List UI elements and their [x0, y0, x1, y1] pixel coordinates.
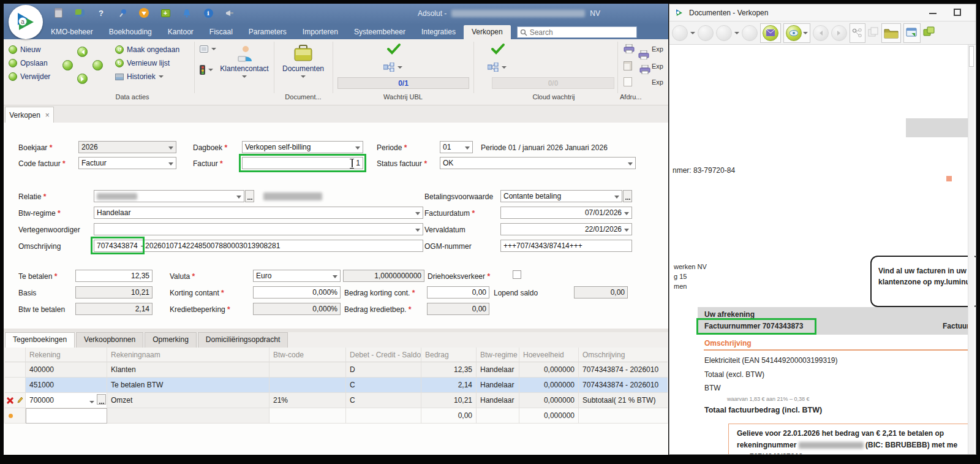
nav-next-button[interactable]: [92, 60, 103, 70]
tab-boekhouding[interactable]: Boekhouding: [101, 25, 160, 39]
col-bedrag[interactable]: Bedrag: [421, 348, 477, 362]
nav-first-button[interactable]: [77, 47, 88, 57]
opslaan-button[interactable]: Opslaan: [9, 59, 48, 67]
add-icon[interactable]: +: [160, 7, 171, 18]
help-icon[interactable]: ?: [96, 7, 107, 18]
col-omschrijving[interactable]: Omschrijving: [579, 348, 668, 362]
edit-row-icon[interactable]: [17, 397, 23, 404]
tab-integraties[interactable]: Integraties: [413, 25, 464, 39]
announce-icon[interactable]: [224, 7, 235, 18]
factuurdatum-input[interactable]: 07/01/2026: [500, 207, 632, 219]
valuta-select[interactable]: Euro: [253, 270, 341, 282]
printer-icon[interactable]: [639, 65, 650, 74]
rekening-lookup-button[interactable]: [97, 394, 106, 405]
tab-tegenboekingen[interactable]: Tegenboekingen: [5, 332, 75, 348]
ubl-workflow-button[interactable]: [383, 63, 402, 72]
printer-icon[interactable]: [624, 44, 635, 53]
delete-row-icon[interactable]: [7, 397, 13, 404]
email-button[interactable]: [760, 23, 781, 43]
nieuw-button[interactable]: Nieuw: [9, 45, 40, 54]
view-button[interactable]: [783, 23, 810, 43]
btw-regime-select[interactable]: Handelaar: [94, 207, 423, 219]
table-row-selected[interactable]: 451000 Te betalen BTW C 2,14 Handelaar 0…: [5, 378, 668, 393]
chevron-down-icon[interactable]: [690, 32, 695, 37]
tab-domicilieringsopdracht[interactable]: Domiciliëringsopdracht: [198, 332, 288, 348]
export-label[interactable]: Exp: [652, 45, 663, 53]
copy-button[interactable]: [868, 27, 879, 39]
relatie-select[interactable]: [94, 190, 244, 202]
ogm-nummer-input[interactable]: +++707/4343/87414+++: [500, 240, 632, 252]
vertegenwoordiger-select[interactable]: [94, 223, 423, 235]
next-document-button[interactable]: [831, 25, 847, 41]
table-row-new[interactable]: 0,00 0,000000: [5, 408, 668, 424]
driehoeksverkeer-checkbox[interactable]: [513, 270, 521, 279]
tab-opmerking[interactable]: Opmerking: [145, 332, 197, 348]
tab-fiscaal[interactable]: Fiscaal: [202, 25, 241, 39]
print-button[interactable]: [698, 25, 714, 41]
export-label[interactable]: Exp: [652, 78, 663, 86]
vervaldatum-input[interactable]: 22/01/2026: [500, 223, 632, 235]
save-document-button[interactable]: [742, 25, 758, 41]
new-document-button[interactable]: [672, 25, 688, 41]
chat-icon[interactable]: [74, 7, 85, 18]
te-betalen-input[interactable]: 12,35: [75, 270, 153, 282]
tab-kmo-beheer[interactable]: KMO-beheer: [43, 25, 101, 39]
close-tab-icon[interactable]: ×: [45, 111, 50, 120]
pin-icon[interactable]: [117, 7, 128, 18]
tab-verkoopbonnen[interactable]: Verkoopbonnen: [76, 332, 143, 348]
page-tab-verkopen[interactable]: Verkopen ×: [5, 107, 54, 123]
bell-icon[interactable]: [181, 7, 192, 18]
code-factuur-select[interactable]: Factuur: [78, 157, 176, 169]
cloud-workflow-button[interactable]: [488, 63, 507, 72]
document-icon[interactable]: [624, 77, 632, 86]
betalingsvoorwaarde-lookup-button[interactable]: [623, 190, 632, 202]
tab-importeren[interactable]: Importeren: [295, 25, 346, 39]
document-scrollbar[interactable]: [968, 45, 974, 454]
koers-input[interactable]: 1,0000000000: [343, 270, 424, 282]
col-btw-regime[interactable]: Btw-regime: [477, 348, 519, 362]
previous-document-button[interactable]: [813, 25, 829, 41]
factuur-input[interactable]: 1: [242, 157, 363, 169]
klantencontact-button[interactable]: Klantencontact: [219, 44, 270, 82]
open-external-button[interactable]: [903, 23, 921, 43]
bedrag-korting-input[interactable]: 0,00: [427, 286, 489, 299]
tab-verkopen[interactable]: Verkopen: [464, 25, 511, 39]
folder-button[interactable]: [881, 23, 901, 43]
col-rekening[interactable]: Rekening: [26, 348, 107, 362]
tab-systeembeheer[interactable]: Systeembeheer: [346, 25, 413, 39]
periode-select[interactable]: 01: [440, 141, 473, 153]
workflow-button[interactable]: [850, 23, 865, 43]
calculator-icon[interactable]: [53, 7, 64, 18]
download-icon[interactable]: [138, 7, 149, 18]
tab-kantoor[interactable]: Kantoor: [160, 25, 202, 39]
col-rekeningnaam[interactable]: Rekeningnaam: [107, 348, 270, 362]
verwijder-button[interactable]: Verwijder: [9, 72, 50, 81]
documenten-button[interactable]: Documenten: [277, 44, 330, 82]
maak-ongedaan-button[interactable]: ↺Maak ongedaan: [115, 45, 179, 54]
rekening-edit-cell[interactable]: 700000: [26, 393, 107, 408]
col-hoeveelheid[interactable]: Hoeveelheid: [519, 348, 579, 362]
search-input[interactable]: [518, 28, 636, 37]
dagboek-select[interactable]: Verkopen self-billing: [242, 141, 363, 153]
col-debet-credit-saldo[interactable]: Debet - Credit - Saldo: [346, 348, 421, 362]
betalingsvoorwaarde-select[interactable]: Contante betaling: [500, 190, 622, 202]
col-btw-code[interactable]: Btw-code: [270, 348, 346, 362]
nav-previous-button[interactable]: [62, 60, 73, 70]
maximize-icon[interactable]: [954, 9, 961, 16]
relatie-lookup-button[interactable]: [245, 190, 254, 202]
printer-icon[interactable]: [638, 50, 649, 59]
historiek-button[interactable]: Historiek: [115, 72, 164, 81]
table-row[interactable]: 400000 Klanten D 12,35 Handelaar 0,00000…: [5, 362, 668, 378]
scrollbar-thumb[interactable]: [969, 46, 974, 67]
boekjaar-select[interactable]: 2026: [78, 141, 176, 153]
chevron-down-icon[interactable]: [803, 32, 808, 37]
status-dropdown-button[interactable]: [200, 65, 213, 75]
print-preview-button[interactable]: [716, 25, 732, 41]
document-icon[interactable]: [624, 61, 632, 70]
nav-last-button[interactable]: [77, 74, 88, 84]
table-row-editing[interactable]: 700000 Omzet 21% C 10,21 Handelaar 0,000…: [5, 393, 668, 408]
snapshot-dropdown-button[interactable]: [200, 45, 216, 53]
tab-parameters[interactable]: Parameters: [241, 25, 295, 39]
minimize-icon[interactable]: [929, 13, 937, 14]
omschrijving-input[interactable]: 7074343874- 2026010714224850078800030139…: [94, 240, 423, 252]
